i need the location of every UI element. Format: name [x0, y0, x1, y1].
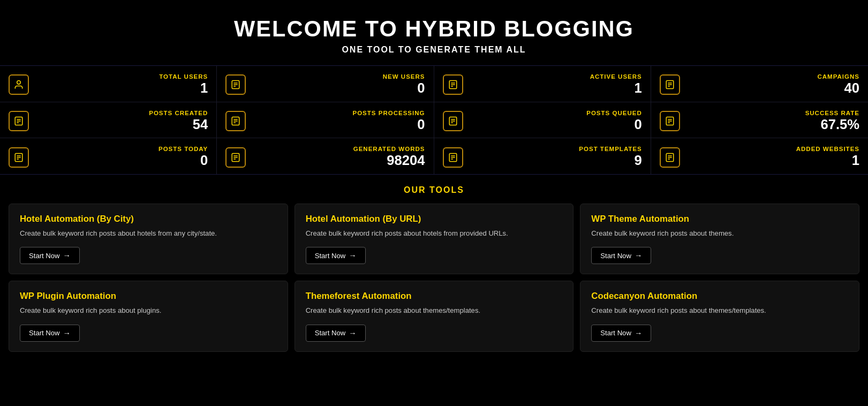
start-now-button[interactable]: Start Now→ — [591, 325, 651, 342]
stat-value: 0 — [252, 80, 425, 96]
doc-icon — [225, 147, 246, 168]
stat-label: POSTS CREATED — [35, 110, 208, 116]
tool-title: WP Plugin Automation — [20, 291, 277, 302]
stat-value: 0 — [252, 116, 425, 133]
stat-card-success-rate: SUCCESS RATE67.5% — [651, 102, 868, 138]
user-icon — [9, 74, 29, 95]
stats-row-2: POSTS CREATED54 POSTS PROCESSING0 POSTS … — [0, 102, 868, 139]
doc-icon — [443, 147, 463, 168]
start-now-button[interactable]: Start Now→ — [306, 247, 366, 264]
start-now-button[interactable]: Start Now→ — [591, 247, 651, 264]
start-btn-label: Start Now — [600, 329, 631, 337]
tool-card-6: Codecanyon AutomationCreate bulk keyword… — [580, 281, 859, 351]
tool-description: Create bulk keyword rich posts about the… — [306, 306, 563, 315]
page-subtitle: ONE TOOL TO GENERATE THEM ALL — [11, 45, 857, 55]
doc-icon — [660, 74, 680, 95]
stat-label: ACTIVE USERS — [470, 73, 642, 80]
stat-value: 9 — [470, 152, 642, 169]
tool-description: Create bulk keyword rich posts about plu… — [20, 306, 277, 315]
doc-icon — [443, 111, 463, 131]
stat-value: 40 — [686, 80, 859, 96]
stat-card-generated-words: GENERATED WORDS98204 — [217, 138, 434, 174]
stat-label: CAMPAIGNS — [686, 73, 859, 80]
stat-value: 98204 — [252, 152, 425, 169]
tool-title: Hotel Automation (By URL) — [306, 214, 563, 224]
stat-label: POSTS PROCESSING — [252, 110, 425, 116]
stat-card-posts-today: POSTS TODAY0 — [0, 138, 217, 174]
stat-card-active-users: ACTIVE USERS1 — [434, 66, 651, 102]
start-now-button[interactable]: Start Now→ — [306, 325, 366, 342]
stat-card-posts-queued: POSTS QUEUED0 — [434, 102, 651, 138]
start-btn-label: Start Now — [29, 329, 60, 337]
arrow-icon: → — [349, 251, 356, 260]
stat-value: 1 — [686, 152, 859, 169]
page-title: WELCOME TO HYBRID BLOGGING — [11, 16, 857, 42]
tool-description: Create bulk keyword rich posts about the… — [591, 229, 848, 238]
start-btn-label: Start Now — [600, 252, 631, 260]
doc-icon — [225, 74, 246, 95]
stat-value: 0 — [35, 152, 208, 169]
stat-card-posts-processing: POSTS PROCESSING0 — [217, 102, 434, 138]
stats-row-1: TOTAL USERS1 NEW USERS0 ACTIVE USERS1 CA… — [0, 66, 868, 102]
tool-card-4: WP Plugin AutomationCreate bulk keyword … — [9, 281, 288, 351]
stat-label: SUCCESS RATE — [686, 110, 859, 116]
stat-value: 54 — [35, 116, 208, 133]
stat-label: POSTS QUEUED — [470, 110, 642, 116]
tool-card-1: Hotel Automation (By City)Create bulk ke… — [9, 204, 288, 274]
tool-card-2: Hotel Automation (By URL)Create bulk key… — [295, 204, 574, 274]
start-btn-label: Start Now — [29, 252, 60, 260]
arrow-icon: → — [349, 329, 356, 337]
stat-card-post-templates: POST TEMPLATES9 — [434, 138, 651, 174]
doc-icon — [660, 147, 680, 168]
doc-icon — [443, 74, 463, 95]
stat-value: 1 — [35, 80, 208, 96]
stat-label: GENERATED WORDS — [252, 146, 425, 152]
arrow-icon: → — [63, 329, 71, 337]
tool-title: WP Theme Automation — [591, 214, 848, 224]
tool-title: Codecanyon Automation — [591, 291, 848, 302]
doc-icon — [9, 111, 29, 131]
tools-title: OUR TOOLS — [9, 185, 859, 195]
stat-label: POSTS TODAY — [35, 146, 208, 152]
doc-icon — [660, 111, 680, 131]
stat-card-posts-created: POSTS CREATED54 — [0, 102, 217, 138]
stat-label: ADDED WEBSITES — [686, 146, 859, 152]
tool-title: Hotel Automation (By City) — [20, 214, 277, 224]
stat-value: 67.5% — [686, 116, 859, 133]
tool-card-3: WP Theme AutomationCreate bulk keyword r… — [580, 204, 859, 274]
start-btn-label: Start Now — [315, 252, 346, 260]
page-header: WELCOME TO HYBRID BLOGGING ONE TOOL TO G… — [0, 0, 868, 66]
stat-label: NEW USERS — [252, 73, 425, 80]
arrow-icon: → — [635, 251, 642, 260]
tools-section: OUR TOOLS Hotel Automation (By City)Crea… — [0, 175, 868, 363]
stat-card-campaigns: CAMPAIGNS40 — [651, 66, 868, 102]
stat-label: TOTAL USERS — [35, 73, 208, 80]
stat-card-added-websites: ADDED WEBSITES1 — [651, 138, 868, 174]
stat-value: 1 — [470, 80, 642, 96]
doc-icon — [9, 147, 29, 168]
svg-point-0 — [17, 81, 21, 85]
tool-title: Themeforest Automation — [306, 291, 563, 302]
stats-row-3: POSTS TODAY0 GENERATED WORDS98204 POST T… — [0, 138, 868, 174]
tool-description: Create bulk keyword rich posts about the… — [591, 306, 848, 315]
stat-value: 0 — [470, 116, 642, 133]
start-now-button[interactable]: Start Now→ — [20, 325, 80, 342]
start-btn-label: Start Now — [315, 329, 346, 337]
start-now-button[interactable]: Start Now→ — [20, 247, 80, 264]
tools-grid: Hotel Automation (By City)Create bulk ke… — [9, 204, 859, 352]
tool-description: Create bulk keyword rich posts about hot… — [306, 229, 563, 238]
stat-card-total-users: TOTAL USERS1 — [0, 66, 217, 102]
tool-card-5: Themeforest AutomationCreate bulk keywor… — [295, 281, 574, 351]
stats-section: TOTAL USERS1 NEW USERS0 ACTIVE USERS1 CA… — [0, 66, 868, 175]
stat-card-new-users: NEW USERS0 — [217, 66, 434, 102]
arrow-icon: → — [635, 329, 642, 337]
tool-description: Create bulk keyword rich posts about hot… — [20, 229, 277, 238]
stat-label: POST TEMPLATES — [470, 146, 642, 152]
doc-icon — [225, 111, 246, 131]
arrow-icon: → — [63, 251, 71, 260]
